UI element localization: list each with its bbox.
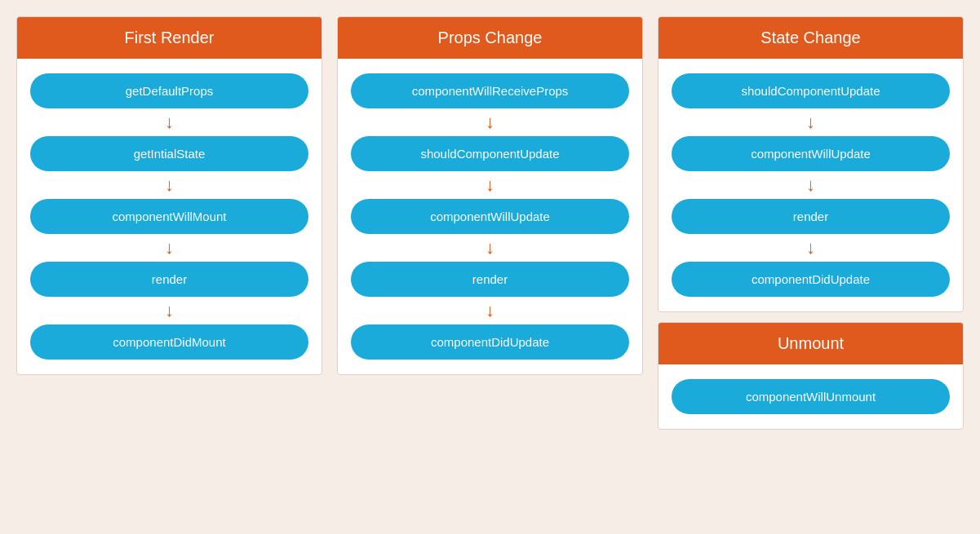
arrow-first-render-3: ↓ (165, 302, 174, 320)
card-header-state-change: State Change (659, 17, 963, 59)
lifecycle-btn-state-change-2[interactable]: render (672, 199, 950, 234)
lifecycle-btn-state-change-0[interactable]: shouldComponentUpdate (672, 73, 950, 108)
card-first-render: First RendergetDefaultProps↓getIntialSta… (16, 16, 322, 375)
arrow-state-change-2: ↓ (806, 239, 815, 257)
card-header-props-change: Props Change (338, 17, 642, 59)
lifecycle-btn-props-change-0[interactable]: componentWillReceiveProps (351, 73, 629, 108)
main-container: First RendergetDefaultProps↓getIntialSta… (16, 16, 964, 430)
arrow-props-change-2: ↓ (486, 239, 494, 257)
card-header-first-render: First Render (17, 17, 321, 59)
lifecycle-btn-state-change-1[interactable]: componentWillUpdate (672, 136, 950, 171)
lifecycle-btn-props-change-1[interactable]: shouldComponentUpdate (351, 136, 629, 171)
arrow-first-render-0: ↓ (165, 113, 174, 131)
lifecycle-btn-first-render-4[interactable]: componentDidMount (30, 324, 308, 360)
card-props-change: Props ChangecomponentWillReceiveProps↓sh… (337, 16, 643, 375)
column-first-render: First RendergetDefaultProps↓getIntialSta… (16, 16, 322, 375)
lifecycle-btn-first-render-3[interactable]: render (30, 262, 308, 297)
lifecycle-btn-state-change-3[interactable]: componentDidUpdate (672, 262, 950, 297)
lifecycle-btn-unmount-0[interactable]: componentWillUnmount (672, 379, 950, 414)
lifecycle-btn-props-change-3[interactable]: render (351, 262, 629, 297)
arrow-state-change-1: ↓ (806, 176, 815, 194)
card-body-state-change: shouldComponentUpdate↓componentWillUpdat… (659, 59, 963, 311)
card-header-unmount: Unmount (659, 323, 963, 364)
lifecycle-btn-props-change-4[interactable]: componentDidUpdate (351, 324, 629, 360)
arrow-first-render-1: ↓ (165, 176, 174, 194)
arrow-props-change-3: ↓ (486, 302, 494, 320)
arrow-first-render-2: ↓ (165, 239, 174, 257)
column-state-change: State ChangeshouldComponentUpdate↓compon… (658, 16, 964, 430)
arrow-props-change-0: ↓ (486, 113, 494, 131)
card-state-change: State ChangeshouldComponentUpdate↓compon… (658, 16, 964, 312)
arrow-props-change-1: ↓ (486, 176, 494, 194)
lifecycle-btn-first-render-2[interactable]: componentWillMount (30, 199, 308, 234)
arrow-state-change-0: ↓ (806, 113, 815, 131)
card-body-first-render: getDefaultProps↓getIntialState↓component… (17, 59, 321, 374)
card-body-props-change: componentWillReceiveProps↓shouldComponen… (338, 59, 642, 374)
lifecycle-btn-first-render-0[interactable]: getDefaultProps (30, 73, 308, 108)
lifecycle-btn-props-change-2[interactable]: componentWillUpdate (351, 199, 629, 234)
card-unmount: UnmountcomponentWillUnmount (658, 322, 964, 430)
lifecycle-btn-first-render-1[interactable]: getIntialState (30, 136, 308, 171)
card-body-unmount: componentWillUnmount (659, 364, 963, 429)
column-props-change: Props ChangecomponentWillReceiveProps↓sh… (337, 16, 643, 375)
